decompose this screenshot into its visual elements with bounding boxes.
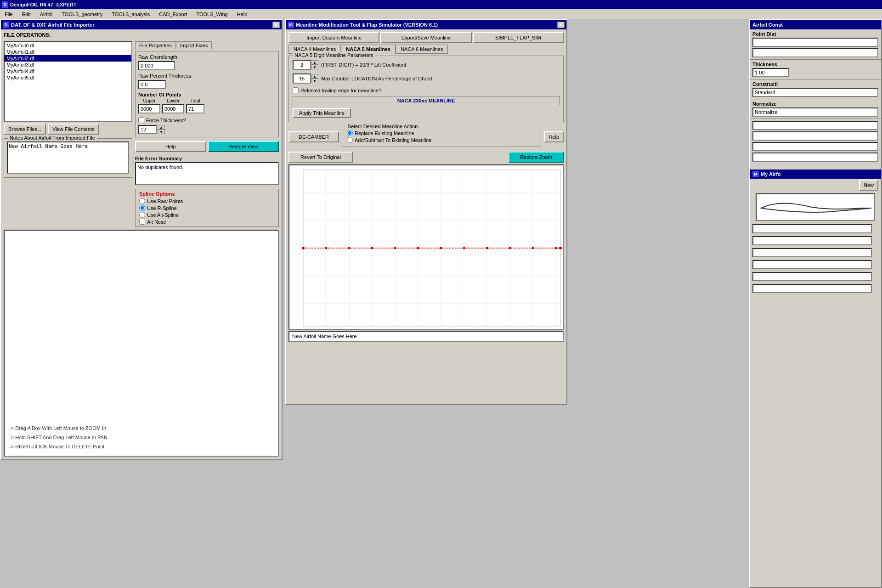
import-fixes-tab[interactable]: Import Fixes <box>176 41 212 49</box>
airfoil-slot-4[interactable] <box>752 260 872 269</box>
file-item-2[interactable]: MyAirfoil2.df <box>5 55 131 62</box>
airfoil-slot-6[interactable] <box>752 284 872 293</box>
file-item-5[interactable]: MyAirfoil5.df <box>5 74 131 81</box>
file-list-box[interactable]: MyAirfoil0.df MyAirfoil1.df MyAirfoil2.d… <box>4 41 132 122</box>
svg-point-24 <box>440 247 442 249</box>
help-restore-row: Help Restore View <box>135 141 279 152</box>
menu-tools-analysis[interactable]: TOOLS_analysis <box>109 11 153 18</box>
use-r-spline-radio[interactable] <box>139 205 145 211</box>
file-ops-buttons: Browse Files... View File Contents <box>4 124 132 135</box>
my-airfoil-title: M My Airfo <box>750 170 881 179</box>
svg-point-18 <box>302 247 305 249</box>
raw-chord-row: Raw Chordlength: <box>138 54 276 60</box>
lower-points-input[interactable] <box>162 104 184 113</box>
use-raw-radio[interactable] <box>139 198 145 204</box>
file-item-0[interactable]: MyAirfoil0.df <box>5 42 131 49</box>
meanline-close-btn[interactable]: ✕ <box>557 22 565 28</box>
menu-tools-geometry[interactable]: TOOLS_geometry <box>59 11 105 18</box>
export-save-btn[interactable]: Export/Save Meanline <box>380 32 471 43</box>
raw-thickness-label: Raw Percent Thickness: <box>138 73 192 79</box>
help-btn[interactable]: Help <box>135 141 206 152</box>
normalize-input[interactable] <box>752 107 878 117</box>
menu-tools-wing[interactable]: TOOLS_Wing <box>193 11 230 18</box>
reflexed-checkbox[interactable] <box>293 87 299 93</box>
file-item-4[interactable]: MyAirfoil4.df <box>5 68 131 74</box>
file-error-label: File Error Summary <box>135 156 279 161</box>
total-points-input[interactable] <box>186 104 204 113</box>
const-slot-4[interactable] <box>752 153 878 162</box>
de-camber-btn[interactable]: DE-CAMBER <box>288 131 339 142</box>
force-thickness-checkbox[interactable] <box>138 117 144 123</box>
airfoil-slot-3[interactable] <box>752 248 872 257</box>
raw-chord-input[interactable] <box>138 61 175 70</box>
airfoil-slot-5[interactable] <box>752 272 872 281</box>
first-digit-row: ▲ ▼ (FIRST DIGIT) = 20/3 * Lift Coeffici… <box>293 60 560 70</box>
revert-to-original-btn[interactable]: Revert To Original <box>288 152 353 163</box>
camber-up[interactable]: ▲ <box>311 74 318 79</box>
restore-zoom-btn[interactable]: Restore Zoom <box>509 152 564 163</box>
meanline-name-text: New Airfoil Name Goes Here <box>292 334 357 339</box>
svg-point-27 <box>509 247 511 249</box>
camber-down[interactable]: ▼ <box>311 79 318 83</box>
airfoil-const-panel: Airfoil Const Point Dist Thickness Const… <box>749 19 882 588</box>
first-digit-down[interactable]: ▼ <box>311 65 318 69</box>
file-item-1[interactable]: MyAirfoil1.df <box>5 49 131 55</box>
const-slot-1[interactable] <box>752 121 878 130</box>
meanline-title-text: Meanline Modification Tool & Flap Simula… <box>296 22 438 28</box>
dat-importer-title-left: D DAT, DF & DXF Airfoil File Importer <box>3 22 95 28</box>
add-subtract-radio[interactable] <box>347 137 353 143</box>
const-slot-2[interactable] <box>752 131 878 141</box>
hint2: -> Hold SHIFT And Drag Left Mouse to PAN <box>9 433 107 442</box>
point-dist-input[interactable] <box>752 38 878 47</box>
import-custom-btn[interactable]: Import Custom Meanline <box>288 32 379 43</box>
apply-meanline-btn[interactable]: Apply This Meanline <box>293 108 351 118</box>
new-airfoil-btn[interactable]: New <box>859 180 878 191</box>
simple-flap-btn[interactable]: SIMPLE_FLAP_SIM <box>473 32 564 43</box>
const-slot-3[interactable] <box>752 142 878 151</box>
menu-help[interactable]: Help <box>234 11 250 18</box>
force-thickness-value[interactable] <box>138 125 157 134</box>
menu-cad-export[interactable]: CAD_Export <box>156 11 190 18</box>
svg-point-19 <box>325 247 328 249</box>
first-digit-input[interactable] <box>293 60 311 70</box>
thickness-value-input[interactable] <box>752 68 789 77</box>
thickness-down-btn[interactable]: ▼ <box>158 130 165 134</box>
replace-existing-radio[interactable] <box>347 130 353 136</box>
browse-files-btn[interactable]: Browse Files... <box>4 124 46 135</box>
dat-importer-icon: D <box>3 22 9 28</box>
raw-thickness-input[interactable] <box>138 80 166 89</box>
upper-label: Upper <box>143 98 155 103</box>
first-digit-up[interactable]: ▲ <box>311 60 318 65</box>
view-contents-btn[interactable]: View File Contents <box>48 124 99 135</box>
meanline-help-btn[interactable]: Help <box>544 131 564 142</box>
notes-textarea[interactable] <box>7 141 129 174</box>
restore-view-btn[interactable]: Restore View <box>208 141 279 152</box>
point-dist-label: Point Dist <box>752 31 878 37</box>
dat-importer-close-btn[interactable]: ✕ <box>272 22 280 28</box>
dense-e-input[interactable] <box>752 48 878 57</box>
file-item-3[interactable]: MyAirfoil3.df <box>5 62 131 68</box>
airfoil-slot-1[interactable] <box>752 224 872 233</box>
menu-edit[interactable]: Edit <box>19 11 34 18</box>
naca5-group: NACA 5 Digit Meanline Parameters ▲ ▼ (FI… <box>288 56 564 122</box>
construction-input[interactable] <box>752 88 878 97</box>
replace-existing-row: Replace Existing Meanline <box>347 130 536 136</box>
airfoil-slot-2[interactable] <box>752 236 872 245</box>
alt-nose-checkbox[interactable] <box>139 219 145 225</box>
normalize-label: Normalize <box>752 101 878 107</box>
naca6-tab[interactable]: NACA 6 Meanlines <box>396 45 448 54</box>
thickness-up-btn[interactable]: ▲ <box>158 125 165 130</box>
menu-file[interactable]: File <box>2 11 16 18</box>
menu-airfoil[interactable]: Airfoil <box>37 11 56 18</box>
file-properties-tab[interactable]: File Properties <box>135 41 176 50</box>
naca-result-display[interactable]: NACA 230xx MEANLINE <box>293 96 560 105</box>
my-airfoil-title-text: My Airfo <box>761 171 781 177</box>
upper-points-input[interactable] <box>138 104 160 113</box>
use-alt-spline-radio[interactable] <box>139 212 145 218</box>
bottom-controls: DE-CAMBER Select Desired Meanline Action… <box>288 125 564 149</box>
svg-point-29 <box>555 247 557 249</box>
camber-location-input[interactable] <box>293 74 311 84</box>
app-title: DesignFOIL R6.47: EXPERT <box>10 2 77 7</box>
file-props-content: Raw Chordlength: Raw Percent Thickness: … <box>135 51 279 137</box>
meanline-icon: M <box>288 22 294 28</box>
